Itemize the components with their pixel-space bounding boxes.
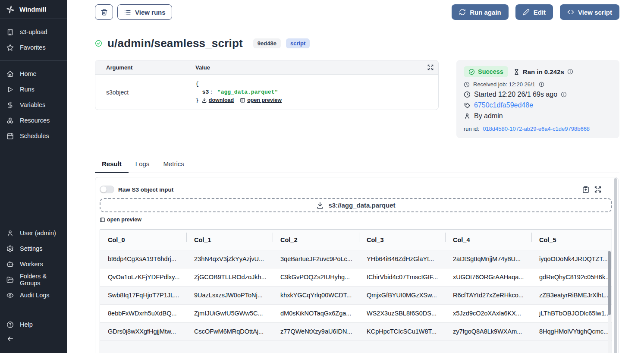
- column-header[interactable]: Col_0: [100, 236, 186, 243]
- check-circle-icon: [468, 69, 475, 75]
- run-status-panel: Success Ran in 0.242s Received job: 12:2…: [456, 60, 619, 138]
- refresh-icon: [459, 9, 466, 16]
- table-scrollbar[interactable]: [608, 251, 611, 353]
- sidebar-item-label: Runs: [20, 86, 35, 93]
- edit-button[interactable]: Edit: [515, 4, 553, 20]
- sidebar-item-folders-groups[interactable]: Folders & Groups: [0, 272, 67, 287]
- sidebar-item-label: Settings: [20, 245, 42, 252]
- worker-id-link[interactable]: 6750c1dfa59ed48e: [474, 101, 533, 109]
- duration-text: Ran in 0.242s: [523, 68, 564, 76]
- received-job-text: Received job: 12:20 26/1: [473, 81, 535, 88]
- arguments-table: Argument Value s3object { s3: "agg_data.…: [95, 60, 439, 110]
- s3-file-path: s3://agg_data.parquet: [328, 202, 395, 209]
- eye-icon: [6, 292, 14, 299]
- dollar-icon: [6, 101, 14, 109]
- table-row: Swb8Iq17FqHjoT7P1JL... 9UazLsxzsJW0oPToN…: [100, 287, 612, 305]
- info-icon[interactable]: [567, 69, 573, 75]
- sidebar-item-label: Variables: [20, 101, 45, 108]
- expand-args-icon[interactable]: [427, 64, 434, 71]
- info-icon[interactable]: [539, 82, 544, 87]
- sidebar-item-resources[interactable]: Resources: [0, 113, 67, 128]
- started-text: Started 12:20 26/1 69s ago: [474, 91, 557, 98]
- toggle-switch[interactable]: [100, 186, 114, 193]
- open-preview-link[interactable]: open preview: [240, 96, 282, 104]
- sidebar-item-user[interactable]: User (admin): [0, 225, 67, 241]
- open-preview-icon: [240, 98, 245, 103]
- sidebar-item-settings[interactable]: Settings: [0, 241, 67, 256]
- sidebar-item-home[interactable]: Home: [0, 66, 67, 82]
- run-again-button[interactable]: Run again: [452, 4, 509, 20]
- table-cell: GDrs0j8wXXgfHgjjMtw...: [100, 323, 186, 340]
- sidebar-item-label: Help: [20, 321, 33, 328]
- app-name: Windmill: [19, 6, 46, 13]
- tab-result[interactable]: Result: [95, 160, 129, 173]
- tab-metrics[interactable]: Metrics: [156, 160, 191, 173]
- job-tag-icon: [464, 102, 471, 109]
- run-id-label: run id:: [464, 126, 479, 132]
- table-cell: 8HqgHMolVYtighQcmc...: [531, 323, 612, 340]
- table-cell: KCpHpcTCIcSCu1W8T...: [359, 323, 445, 340]
- table-row: bt6dp4CgXsA19T6hdrj... 23hN4qxV3jZkYyAzj…: [100, 250, 612, 268]
- result-panel-scrollbar[interactable]: [614, 178, 617, 353]
- pencil-icon: [523, 9, 530, 16]
- view-script-button[interactable]: View script: [560, 4, 619, 20]
- view-script-label: View script: [578, 9, 612, 16]
- argument-row: s3object { s3: "agg_data.parquet" }downl…: [95, 75, 438, 110]
- user-icon: [464, 113, 471, 120]
- table-cell: x5Jzd9cO2oXAxla6KX...: [445, 305, 531, 322]
- open-preview-link[interactable]: open preview: [100, 217, 141, 223]
- table-cell: ZjmIJUiGwfU5GWw5C...: [186, 305, 273, 322]
- table-cell: 3qeBarIueJF2uvc9PoLc...: [273, 250, 359, 268]
- expand-result-icon[interactable]: [594, 186, 602, 193]
- sidebar-item-workers[interactable]: Workers: [0, 256, 67, 272]
- argument-name: s3object: [101, 89, 195, 96]
- copy-result-icon[interactable]: [582, 186, 590, 193]
- column-header[interactable]: Col_1: [186, 236, 273, 243]
- view-runs-button[interactable]: View runs: [117, 4, 172, 20]
- json-close-brace: }: [195, 97, 199, 104]
- json-key: s3: [202, 89, 209, 95]
- info-icon[interactable]: [561, 91, 567, 98]
- sidebar-item-label: Workers: [20, 261, 43, 268]
- column-header[interactable]: Col_2: [273, 236, 359, 243]
- trash-icon: [101, 9, 108, 16]
- windmill-logo-icon: [6, 5, 15, 14]
- sidebar-item-variables[interactable]: Variables: [0, 97, 67, 113]
- clock-icon: [464, 82, 470, 88]
- table-cell: ZjGCOB9TLLROdzoJkh...: [186, 268, 273, 286]
- sidebar-item-label: Favorites: [20, 44, 46, 51]
- table-cell: 9UazLsxzsJW0oPToNj...: [186, 287, 273, 304]
- raw-s3-toggle[interactable]: Raw S3 object input: [100, 186, 173, 193]
- sidebar-item-audit-logs[interactable]: Audit Logs: [0, 287, 67, 303]
- column-header[interactable]: Col_4: [445, 236, 531, 243]
- sidebar-item-label: Home: [20, 70, 37, 77]
- sidebar-item-schedules[interactable]: Schedules: [0, 128, 67, 144]
- sidebar-item-label: Folders & Groups: [20, 273, 67, 287]
- sidebar-item-workspace[interactable]: s3-upload: [0, 24, 67, 40]
- folder-icon: [6, 276, 14, 284]
- table-scrollbar-thumb[interactable]: [608, 251, 611, 315]
- star-icon: [6, 44, 14, 51]
- calendar-icon: [6, 132, 14, 140]
- run-id-link[interactable]: 018d4580-1072-ab29-e6a4-c1de9798b668: [483, 126, 590, 132]
- app-logo[interactable]: Windmill: [0, 0, 67, 19]
- main-content: View runs Run again Edit View script u/a…: [67, 0, 644, 353]
- arguments-table-header: Argument Value: [95, 60, 438, 75]
- delete-run-button[interactable]: [95, 4, 113, 20]
- home-icon: [6, 70, 14, 78]
- sidebar-item-favorites[interactable]: Favorites: [0, 40, 67, 55]
- sidebar-item-help[interactable]: Help: [0, 317, 67, 332]
- table-cell: gdReQhyC8192c05H6k..: [531, 268, 612, 286]
- s3-file-download-button[interactable]: s3://agg_data.parquet: [100, 198, 612, 212]
- table-cell: C9kGvPOQZs2IUHyhg...: [273, 268, 359, 286]
- toggle-label: Raw S3 object input: [118, 186, 173, 193]
- sidebar: Windmill s3-upload Favorites Home Runs V…: [0, 0, 67, 353]
- table-row-partial: [100, 341, 612, 353]
- download-link[interactable]: download: [201, 96, 234, 104]
- column-header[interactable]: Col_3: [359, 236, 445, 243]
- tab-logs[interactable]: Logs: [129, 160, 157, 173]
- sidebar-item-label: Audit Logs: [20, 292, 50, 299]
- sidebar-collapse-button[interactable]: [0, 332, 67, 345]
- column-header[interactable]: Col_5: [531, 236, 612, 243]
- sidebar-item-runs[interactable]: Runs: [0, 82, 67, 97]
